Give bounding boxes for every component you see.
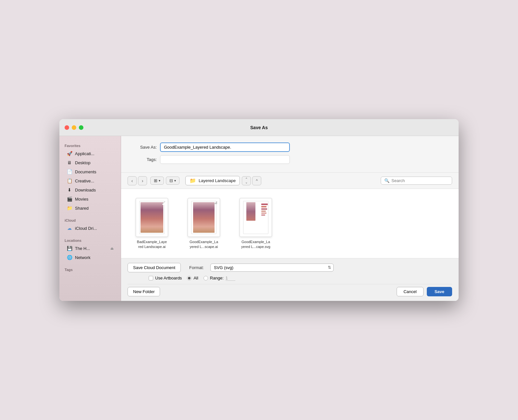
file-item-good-example-svg[interactable]: GoodExample_Layered L...cape.svg <box>235 195 277 252</box>
main-content: Save As: Tags: ‹ › ⊞ ▾ <box>121 136 459 301</box>
sidebar-label-desktop: Desktop <box>75 160 91 165</box>
chevron-down-icon: ▾ <box>159 179 160 182</box>
range-radio-group: Range: <box>204 276 235 281</box>
file-item-good-example-ai[interactable]: GoodExample_Layered L...scape.ai <box>183 195 225 252</box>
location-up-down-button[interactable]: ⌃⌄ <box>242 176 251 185</box>
creative-icon: 📋 <box>67 178 72 184</box>
minimize-button[interactable] <box>72 125 76 130</box>
forward-button[interactable]: › <box>138 176 147 185</box>
sidebar-label-network: Network <box>75 255 91 260</box>
save-as-label: Save As: <box>131 145 157 150</box>
file-item-bad-example[interactable]: BadExample_Layered Landscape.ai <box>131 195 173 252</box>
artboards-row: Use Artboards All Range: <box>128 276 452 281</box>
sidebar-label-applications: Applicati... <box>75 151 94 156</box>
window-body: Favorites 🚀 Applicati... 🖥 Desktop 📄 Doc… <box>59 136 459 301</box>
sidebar-item-downloads[interactable]: ⬇ Downloads <box>61 185 119 194</box>
file-thumbnail-good-example-svg <box>240 198 272 237</box>
sidebar: Favorites 🚀 Applicati... 🖥 Desktop 📄 Doc… <box>59 136 121 301</box>
sidebar-item-documents[interactable]: 📄 Documents <box>61 167 119 176</box>
documents-icon: 📄 <box>67 169 72 175</box>
window-title: Save As <box>250 125 268 130</box>
up-down-icon: ⌃⌄ <box>245 178 248 184</box>
range-radio[interactable] <box>204 276 208 280</box>
sidebar-item-desktop[interactable]: 🖥 Desktop <box>61 158 119 167</box>
tags-row: Tags: <box>131 155 449 164</box>
range-label: Range: <box>210 276 224 280</box>
sidebar-label-icloud: iCloud Dri... <box>75 226 97 231</box>
action-row: New Folder Cancel Save <box>128 284 452 296</box>
sidebar-item-shared[interactable]: 📁 Shared <box>61 204 119 213</box>
use-artboards-checkbox[interactable] <box>149 276 153 280</box>
close-button[interactable] <box>65 125 69 130</box>
location-name: Layered Landscape <box>199 178 236 183</box>
search-icon: 🔍 <box>384 178 389 183</box>
sidebar-item-the-h[interactable]: 💾 The H... ⏏ <box>61 244 119 253</box>
use-artboards-label: Use Artboards <box>155 276 182 280</box>
nav-buttons: ‹ › <box>128 176 147 185</box>
sidebar-label-the-h: The H... <box>75 246 108 251</box>
file-label-bad-example: BadExample_Layered Landscape.ai <box>137 240 167 249</box>
sidebar-label-movies: Movies <box>75 197 88 202</box>
eject-icon[interactable]: ⏏ <box>110 246 114 251</box>
back-button[interactable]: ‹ <box>128 176 137 185</box>
save-as-row: Save As: <box>131 142 449 152</box>
use-artboards-group: Use Artboards <box>149 276 182 280</box>
sidebar-item-movies[interactable]: 🎬 Movies <box>61 194 119 204</box>
chevron-up-icon: ^ <box>256 179 258 183</box>
all-radio-group: All <box>187 276 198 280</box>
group-icon: ⊟ <box>169 178 173 183</box>
sidebar-item-network[interactable]: 🌐 Network <box>61 253 119 262</box>
location-button[interactable]: 📁 Layered Landscape <box>185 176 240 185</box>
maximize-button[interactable] <box>79 125 83 130</box>
sidebar-label-downloads: Downloads <box>75 188 96 192</box>
grid-icon: ⊞ <box>154 178 157 183</box>
group-view-button[interactable]: ⊟ ▾ <box>166 177 179 185</box>
tags-section-label: Tags <box>59 265 121 273</box>
locations-section-label: Locations <box>59 236 121 244</box>
file-thumbnail-good-example-ai <box>188 198 220 237</box>
new-folder-button[interactable]: New Folder <box>128 287 160 296</box>
format-select-wrapper: SVG (svg) PDF PNG JPEG AI (Illustrator) … <box>210 264 334 272</box>
file-label-good-example-ai: GoodExample_Layered L...scape.ai <box>190 240 218 249</box>
location-controls: ⌃⌄ ^ <box>242 176 261 185</box>
sidebar-item-icloud[interactable]: ☁ iCloud Dri... <box>61 224 119 233</box>
movies-icon: 🎬 <box>67 196 72 202</box>
sidebar-label-creative: Creative... <box>75 179 94 183</box>
drive-icon: 💾 <box>67 245 72 251</box>
file-label-good-example-svg: GoodExample_Layered L...cape.svg <box>241 240 270 249</box>
search-box: 🔍 <box>381 177 452 185</box>
folder-icon: 📁 <box>190 178 196 184</box>
save-cloud-button[interactable]: Save Cloud Document <box>128 263 181 272</box>
sidebar-item-creative[interactable]: 📋 Creative... <box>61 176 119 185</box>
toolbar: ‹ › ⊞ ▾ ⊟ ▾ 📁 Layered Lan <box>121 173 459 189</box>
sidebar-label-documents: Documents <box>75 169 96 174</box>
save-as-dialog: Save As Favorites 🚀 Applicati... 🖥 Deskt… <box>59 119 459 301</box>
all-radio[interactable] <box>187 276 191 280</box>
range-input[interactable] <box>226 276 235 281</box>
view-buttons: ⊞ ▾ ⊟ ▾ <box>150 177 179 185</box>
search-input[interactable] <box>391 178 449 183</box>
sidebar-label-shared: Shared <box>75 206 89 211</box>
desktop-icon: 🖥 <box>67 160 72 166</box>
cancel-button[interactable]: Cancel <box>397 287 423 296</box>
title-bar: Save As <box>59 119 459 136</box>
format-label: Format: <box>189 265 207 270</box>
icloud-icon: ☁ <box>67 225 72 231</box>
format-select[interactable]: SVG (svg) PDF PNG JPEG AI (Illustrator) <box>210 264 334 272</box>
sidebar-item-applications[interactable]: 🚀 Applicati... <box>61 149 119 158</box>
save-as-input[interactable] <box>160 142 290 152</box>
applications-icon: 🚀 <box>67 151 72 156</box>
format-row: Save Cloud Document Format: SVG (svg) PD… <box>128 263 452 272</box>
location-row: 📁 Layered Landscape ⌃⌄ ^ <box>185 176 261 185</box>
window-controls <box>65 125 83 130</box>
downloads-icon: ⬇ <box>67 187 72 193</box>
location-up-button[interactable]: ^ <box>252 176 261 185</box>
save-button[interactable]: Save <box>427 287 452 296</box>
icloud-section-label: iCloud <box>59 216 121 224</box>
bottom-bar: Save Cloud Document Format: SVG (svg) PD… <box>121 258 459 301</box>
network-icon: 🌐 <box>67 254 72 260</box>
favorites-section-label: Favorites <box>59 141 121 149</box>
icon-view-button[interactable]: ⊞ ▾ <box>150 177 164 185</box>
tags-input[interactable] <box>160 155 290 164</box>
file-browser: BadExample_Layered Landscape.ai GoodExam… <box>121 189 459 258</box>
